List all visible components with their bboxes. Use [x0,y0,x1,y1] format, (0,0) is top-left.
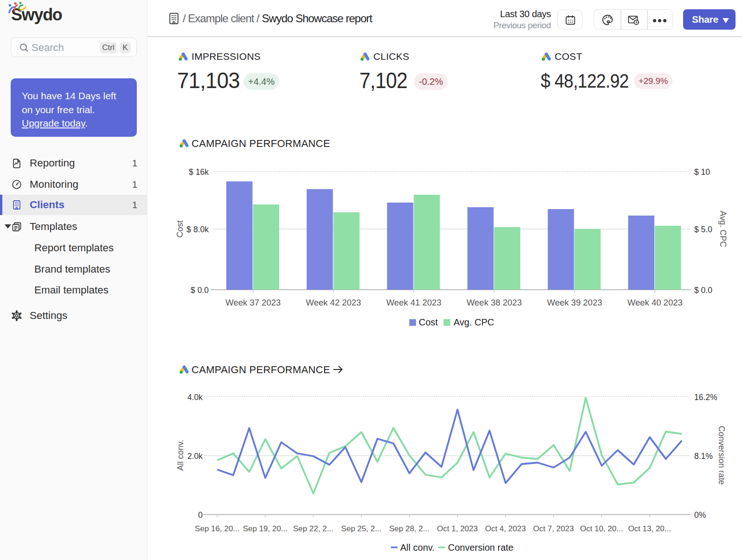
svg-text:Cost: Cost [419,317,438,327]
svg-text:0: 0 [198,510,203,520]
svg-text:Week 37 2023: Week 37 2023 [225,298,281,307]
svg-text:Sep 16, 20...: Sep 16, 20... [195,524,239,533]
svg-text:Avg. CPC: Avg. CPC [718,211,728,248]
svg-text:$ 16k: $ 16k [189,167,209,177]
svg-text:Week 39 2023: Week 39 2023 [547,298,602,307]
svg-text:$ 0.0: $ 0.0 [191,286,209,295]
svg-text:Week 38 2023: Week 38 2023 [467,298,522,307]
svg-text:Week 40 2023: Week 40 2023 [627,298,683,307]
svg-text:4.0k: 4.0k [187,393,203,402]
svg-text:Sep 19, 20...: Sep 19, 20... [243,524,288,533]
svg-text:Week 41 2023: Week 41 2023 [386,298,441,307]
svg-text:Sep 22, 2...: Sep 22, 2... [293,524,333,533]
svg-text:Conversion rate: Conversion rate [717,426,726,484]
svg-text:All conv.: All conv. [400,542,435,553]
svg-text:Sep 28, 2...: Sep 28, 2... [389,524,429,533]
svg-text:2.0k: 2.0k [187,452,203,461]
svg-text:$ 8.0k: $ 8.0k [186,225,209,234]
svg-text:Conversion rate: Conversion rate [448,542,513,553]
svg-text:Cost: Cost [175,220,185,237]
svg-text:Oct 4, 2023: Oct 4, 2023 [485,524,526,533]
svg-text:Avg. CPC: Avg. CPC [454,317,494,327]
svg-text:Oct 13, 20...: Oct 13, 20... [628,524,671,533]
svg-text:$ 0.0: $ 0.0 [694,286,712,295]
svg-text:Sep 25, 2...: Sep 25, 2... [341,524,382,533]
svg-text:Oct 10, 20...: Oct 10, 20... [580,524,623,533]
svg-text:Oct 1, 2023: Oct 1, 2023 [437,524,478,533]
svg-text:0%: 0% [694,510,706,520]
svg-text:$ 5.0: $ 5.0 [694,225,712,234]
svg-text:Week 42 2023: Week 42 2023 [306,298,361,307]
svg-text:16.2%: 16.2% [694,393,717,402]
svg-text:All conv.: All conv. [176,440,185,471]
svg-text:$ 10: $ 10 [694,167,710,177]
svg-text:Oct 7, 2023: Oct 7, 2023 [533,524,574,533]
svg-text:8.1%: 8.1% [694,452,713,461]
